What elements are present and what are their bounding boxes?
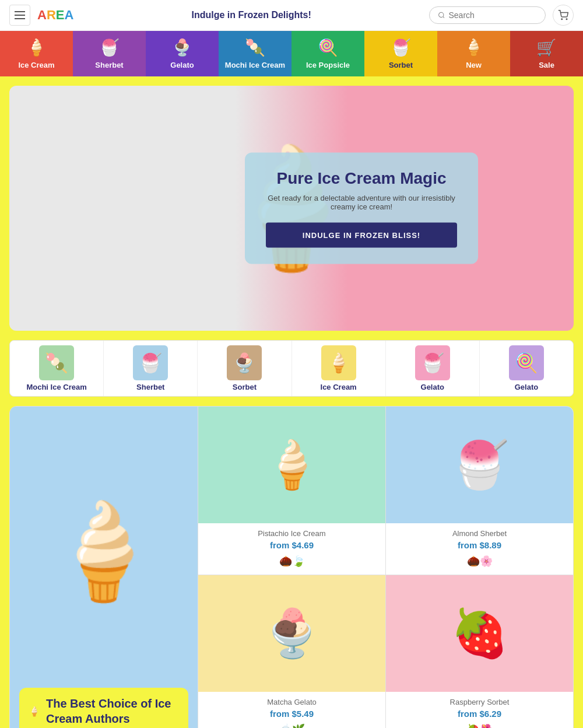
product-hero-card: 🍦 🍦 The Best Choice of Ice Cream Authors (10, 407, 198, 728)
category-item-gelato[interactable]: 🍨 Gelato (146, 31, 219, 76)
gelato-icon: 🍨 (172, 38, 192, 57)
category-label: Mochi Ice Cream (225, 61, 285, 69)
gelato-thumb-img: 🍧 (415, 345, 450, 380)
mochi-thumb-img: 🍡 (39, 345, 74, 380)
svg-line-1 (443, 16, 444, 18)
mochi-thumb-label: Mochi Ice Cream (26, 383, 86, 391)
cat-thumb-mochi[interactable]: 🍡 Mochi Ice Cream (10, 341, 104, 396)
category-label: Ice Popsicle (306, 61, 350, 69)
sale-icon: 🛒 (536, 38, 557, 57)
svg-point-0 (439, 12, 444, 17)
menu-button[interactable] (9, 5, 30, 26)
search-input[interactable] (448, 10, 537, 20)
product-image-matcha: 🍨 (198, 575, 385, 692)
product-card-pistachio[interactable]: 🍦 Pistachio Ice Cream from $4.69 🌰🍃 (198, 407, 385, 575)
category-label: Sale (539, 61, 554, 69)
ice-cream-thumb-img: 🍦 (321, 345, 356, 380)
cat-thumb-sorbet[interactable]: 🍨 Sorbet (198, 341, 292, 396)
product-tags-raspberry: 🍓🌺 (394, 723, 565, 728)
product-info-matcha: Matcha Gelato from $5.49 🍵🌿 (198, 692, 385, 728)
search-bar (429, 6, 546, 24)
hero-cta-button[interactable]: INDULGE IN FROZEN BLISS! (266, 223, 457, 248)
product-info-pistachio: Pistachio Ice Cream from $4.69 🌰🍃 (198, 523, 385, 575)
sorbet-icon: 🍧 (391, 38, 411, 57)
sherbet-thumb-img: 🍧 (133, 345, 168, 380)
category-item-mochi[interactable]: 🍡 Mochi Ice Cream (219, 31, 292, 76)
svg-point-3 (566, 19, 567, 20)
best-choice-badge: 🍦 The Best Choice of Ice Cream Authors (19, 688, 188, 728)
header-title: Indulge in Frozen Delights! (80, 10, 422, 20)
cat-thumb-extra[interactable]: 🍭 Gelato (480, 341, 573, 396)
sorbet-thumb-img: 🍨 (227, 345, 262, 380)
product-price-raspberry: from $6.29 (394, 709, 565, 719)
ice-cream-thumb-label: Ice Cream (321, 383, 357, 391)
product-info-almond: Almond Sherbet from $8.89 🌰🌸 (386, 523, 573, 575)
cart-button[interactable] (553, 5, 574, 26)
product-card-raspberry[interactable]: 🍓 Raspberry Sorbet from $6.29 🍓🌺 (385, 575, 573, 728)
product-price-almond: from $8.89 (394, 540, 565, 550)
product-hero-image: 🍦 (10, 407, 198, 697)
hero-banner: 🍦 Pure Ice Cream Magic Get ready for a d… (9, 86, 574, 331)
popsicle-icon: 🍭 (318, 38, 338, 57)
hero-title: Pure Ice Cream Magic (266, 169, 457, 188)
sherbet-icon: 🍧 (99, 38, 120, 57)
new-icon: 🍦 (463, 38, 484, 57)
extra-thumb-img: 🍭 (509, 345, 544, 380)
category-label: Sorbet (389, 61, 413, 69)
svg-point-2 (561, 19, 563, 20)
product-price-pistachio: from $4.69 (206, 540, 377, 550)
category-item-sorbet[interactable]: 🍧 Sorbet (364, 31, 437, 76)
product-price-matcha: from $5.49 (206, 709, 377, 719)
product-image-pistachio: 🍦 (198, 407, 385, 523)
cat-thumb-sherbet[interactable]: 🍧 Sherbet (104, 341, 198, 396)
hero-subtitle: Get ready for a delectable adventure wit… (266, 194, 457, 211)
category-item-sale[interactable]: 🛒 Sale (510, 31, 583, 76)
ice-cream-icon: 🍦 (26, 38, 47, 57)
category-item-popsicle[interactable]: 🍭 Ice Popsicle (292, 31, 364, 76)
product-info-raspberry: Raspberry Sorbet from $6.29 🍓🌺 (386, 692, 573, 728)
category-item-sherbet[interactable]: 🍧 Sherbet (73, 31, 146, 76)
sorbet-thumb-label: Sorbet (233, 383, 257, 391)
product-tags-pistachio: 🌰🍃 (206, 555, 377, 568)
cat-thumb-ice-cream[interactable]: 🍦 Ice Cream (292, 341, 386, 396)
product-name-almond: Almond Sherbet (394, 529, 565, 538)
product-card-almond[interactable]: 🍧 Almond Sherbet from $8.89 🌰🌸 (385, 407, 573, 575)
logo: AREA (37, 8, 73, 23)
product-image-raspberry: 🍓 (386, 575, 573, 692)
extra-thumb-label: Gelato (515, 383, 538, 391)
category-nav: 🍦 Ice Cream 🍧 Sherbet 🍨 Gelato 🍡 Mochi I… (0, 31, 583, 76)
badge-text: The Best Choice of Ice Cream Authors (46, 696, 179, 726)
header: AREA Indulge in Frozen Delights! (0, 0, 583, 31)
badge-icon: 🍦 (29, 706, 40, 717)
product-image-almond: 🍧 (386, 407, 573, 523)
product-tags-almond: 🌰🌸 (394, 555, 565, 568)
hero-content: Pure Ice Cream Magic Get ready for a del… (245, 153, 478, 264)
category-label: New (466, 61, 482, 69)
mochi-icon: 🍡 (245, 38, 265, 57)
product-card-matcha[interactable]: 🍨 Matcha Gelato from $5.49 🍵🌿 (198, 575, 385, 728)
category-thumbnails: 🍡 Mochi Ice Cream 🍧 Sherbet 🍨 Sorbet 🍦 I… (9, 340, 574, 397)
search-icon (438, 11, 445, 19)
category-label: Ice Cream (18, 61, 54, 69)
category-item-new[interactable]: 🍦 New (437, 31, 510, 76)
cart-icon (558, 10, 568, 20)
category-item-ice-cream[interactable]: 🍦 Ice Cream (0, 31, 73, 76)
product-section: 🍦 🍦 The Best Choice of Ice Cream Authors… (9, 406, 574, 728)
gelato-thumb-label: Gelato (421, 383, 444, 391)
product-name-matcha: Matcha Gelato (206, 698, 377, 706)
sherbet-thumb-label: Sherbet (136, 383, 164, 391)
category-label: Gelato (170, 61, 194, 69)
product-name-pistachio: Pistachio Ice Cream (206, 529, 377, 538)
product-name-raspberry: Raspberry Sorbet (394, 698, 565, 706)
product-tags-matcha: 🍵🌿 (206, 723, 377, 728)
category-label: Sherbet (95, 61, 123, 69)
cat-thumb-gelato[interactable]: 🍧 Gelato (386, 341, 480, 396)
